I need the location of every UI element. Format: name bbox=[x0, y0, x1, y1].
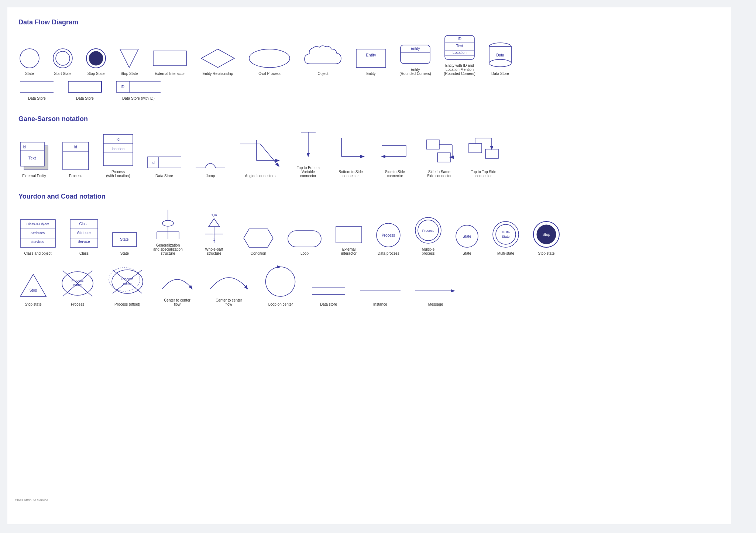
svg-text:id: id bbox=[74, 145, 77, 149]
yc-multiple-process-label: Multipleprocess bbox=[422, 247, 434, 255]
shape-yc-condition: Condition bbox=[242, 227, 275, 255]
data-store-line-label: Data Store bbox=[28, 96, 46, 100]
shape-yc-stop-state: Stop Stop state bbox=[532, 220, 561, 255]
gs-angled-svg bbox=[238, 138, 282, 172]
entity-svg: Entity bbox=[354, 47, 388, 69]
svg-text:Text: Text bbox=[456, 44, 463, 48]
yc-multistate-svg: Multi- State bbox=[491, 220, 520, 249]
yc-center-flow2-label: Center to centerflow bbox=[216, 298, 242, 306]
yc-condition-svg bbox=[242, 227, 275, 249]
shape-yc-center-flow2: Center to centerflow bbox=[207, 263, 251, 306]
shape-yc-stop-triangle: Stop Stop state bbox=[18, 271, 48, 306]
gs-side-same-svg bbox=[423, 134, 456, 168]
shape-gs-top-bottom: Top to BottomVariableconnector bbox=[293, 130, 323, 178]
data-store-rect-label: Data Store bbox=[76, 96, 94, 100]
shape-state: State bbox=[18, 47, 41, 76]
svg-line-57 bbox=[260, 144, 279, 166]
yc-stop-triangle-label: Stop state bbox=[25, 302, 41, 306]
yc-message-svg bbox=[413, 282, 458, 300]
svg-text:Entity: Entity bbox=[366, 53, 376, 57]
shape-external-interactor: External Interactor bbox=[151, 47, 188, 76]
shape-entity-id-location: ID Text Location Entity with ID andLocat… bbox=[443, 34, 476, 76]
oval-process-svg bbox=[247, 47, 292, 69]
svg-text:Multi-: Multi- bbox=[502, 230, 510, 234]
svg-text:id: id bbox=[23, 145, 26, 149]
svg-text:Process: Process bbox=[382, 233, 395, 237]
shape-yc-loop: Loop bbox=[286, 229, 323, 255]
external-interactor-label: External Interactor bbox=[155, 72, 185, 76]
shape-yc-data-store: Data store bbox=[310, 282, 347, 306]
yc-loop-center-label: Loop on center bbox=[268, 302, 293, 306]
shape-yc-class: Class Attribute Service Class bbox=[68, 218, 100, 255]
yc-state-label: State bbox=[120, 251, 129, 255]
shape-yc-multiple-process: Process Multipleprocess bbox=[413, 216, 443, 255]
footer-note: Class Attribute Service bbox=[15, 498, 48, 502]
svg-text:name: name bbox=[73, 283, 82, 287]
shape-yc-class-object: Class-&-Object Attributes Services Class… bbox=[18, 218, 57, 255]
shape-yc-instance: Instance bbox=[358, 282, 402, 306]
gs-jump-label: Jump bbox=[206, 174, 215, 178]
svg-text:id: id bbox=[152, 161, 155, 165]
gs-jump-svg bbox=[194, 153, 227, 172]
shape-yc-loop-center: Loop on center bbox=[262, 263, 299, 306]
section-title-gane-sarson: Gane-Sarson notation bbox=[18, 115, 720, 123]
yc-class-svg: Class Attribute Service bbox=[68, 218, 100, 249]
stop-state2-svg bbox=[118, 47, 140, 69]
gs-side-same-label: Side to SameSide connector bbox=[427, 170, 452, 178]
gs-external-entity-label: External Entity bbox=[22, 174, 46, 178]
svg-text:ID: ID bbox=[458, 37, 461, 41]
gs-data-store-label: Data Store bbox=[155, 174, 173, 178]
svg-rect-72 bbox=[469, 144, 482, 153]
section-title-data-flow: Data Flow Diagram bbox=[18, 18, 720, 26]
yc-state-svg: State bbox=[111, 231, 138, 249]
yc-ext-interactor-svg bbox=[334, 225, 364, 245]
yc-center-flow1-label: Center to centerflow bbox=[164, 298, 190, 306]
yc-state2-svg: State bbox=[454, 223, 480, 249]
svg-rect-68 bbox=[437, 153, 450, 162]
yc-stop-state-label: Stop state bbox=[538, 251, 554, 255]
section-gane-sarson: Gane-Sarson notation id Text External En… bbox=[18, 115, 720, 178]
gs-top-bottom-label: Top to BottomVariableconnector bbox=[297, 166, 320, 178]
shape-start-state: Start State bbox=[52, 47, 74, 76]
object-label: Object bbox=[318, 72, 329, 76]
svg-point-0 bbox=[20, 49, 39, 68]
svg-text:Process: Process bbox=[121, 277, 134, 281]
yc-row1: Class-&-Object Attributes Services Class… bbox=[18, 208, 720, 255]
gs-bottom-side-label: Bottom to Sideconnector bbox=[339, 170, 363, 178]
stop-state1-svg bbox=[85, 47, 107, 69]
gs-bottom-side-svg bbox=[334, 134, 367, 168]
yc-gen-spec-label: Generalizationand specializationstructur… bbox=[153, 243, 183, 255]
object-svg bbox=[303, 44, 343, 69]
yc-stop-state-svg: Stop bbox=[532, 220, 561, 249]
svg-text:State: State bbox=[463, 234, 471, 238]
svg-marker-5 bbox=[120, 49, 138, 68]
yc-whole-part-svg: 1,m 1 bbox=[197, 212, 231, 245]
oval-process-label: Oval Process bbox=[258, 72, 280, 76]
state-label: State bbox=[25, 72, 34, 76]
yc-multistate-label: Multi-state bbox=[497, 251, 514, 255]
shape-data-store-line: Data Store bbox=[18, 79, 55, 100]
gs-side-side-svg bbox=[378, 134, 412, 168]
page: Data Flow Diagram State Start State bbox=[7, 7, 731, 524]
yc-process-offset-svg: Process name bbox=[107, 263, 148, 300]
shape-stop-state-2: Stop State bbox=[118, 47, 140, 76]
entity-relationship-svg bbox=[199, 47, 236, 69]
gs-top-bottom-svg bbox=[293, 130, 323, 164]
svg-text:Location: Location bbox=[453, 51, 467, 55]
yc-data-process-label: Data process bbox=[378, 251, 399, 255]
svg-text:Service: Service bbox=[78, 240, 90, 244]
shape-yc-multistate: Multi- State Multi-state bbox=[491, 220, 520, 255]
data-store-id-svg: ID bbox=[114, 79, 162, 94]
yc-process-offset-label: Process (offset) bbox=[114, 302, 140, 306]
yc-process-name-label: Process bbox=[71, 302, 84, 306]
dfd-row2: Data Store Data Store ID bbox=[18, 79, 720, 100]
svg-point-92 bbox=[162, 220, 173, 226]
shape-yc-state: State State bbox=[111, 231, 138, 255]
svg-rect-73 bbox=[485, 149, 498, 158]
svg-rect-67 bbox=[426, 140, 439, 149]
state-svg bbox=[18, 47, 41, 69]
shape-yc-message: Message bbox=[413, 282, 458, 306]
shape-entity: Entity Entity bbox=[354, 47, 388, 76]
yc-instance-svg bbox=[358, 282, 402, 300]
svg-text:Class: Class bbox=[79, 222, 88, 226]
